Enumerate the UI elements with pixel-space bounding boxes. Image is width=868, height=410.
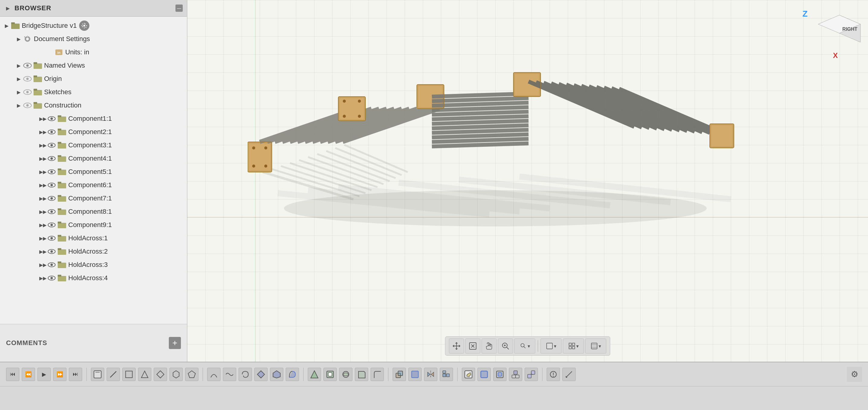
settings-button[interactable]: ⚙ xyxy=(847,367,862,382)
combine-button[interactable] xyxy=(393,368,406,381)
move-tool-button[interactable] xyxy=(449,339,464,353)
svg-point-72 xyxy=(51,237,53,240)
ha3-arrow[interactable]: ▶ xyxy=(39,261,46,269)
sketch-edit-button[interactable] xyxy=(462,368,475,381)
comp3-arrow[interactable]: ▶ xyxy=(39,141,46,149)
svg-rect-24 xyxy=(33,104,42,109)
named-views-arrow[interactable] xyxy=(15,62,22,69)
step-back-button[interactable]: ⏪ xyxy=(22,368,35,381)
svg-rect-69 xyxy=(58,223,66,228)
svg-rect-50 xyxy=(58,168,61,170)
comp6-arrow[interactable]: ▶ xyxy=(39,182,46,189)
tree-component3[interactable]: ▶ Component3:1 xyxy=(0,138,187,152)
comp2-arrow[interactable]: ▶ xyxy=(39,128,46,135)
root-collapse-arrow[interactable] xyxy=(3,22,10,29)
tree-component6[interactable]: ▶ Component6:1 xyxy=(0,179,187,192)
body-button[interactable] xyxy=(477,368,491,381)
browser-collapse-arrow[interactable] xyxy=(4,4,11,12)
grid-button[interactable]: ▾ xyxy=(563,339,584,353)
tree-root-item[interactable]: BridgeStructure v1 xyxy=(0,19,187,32)
component-button[interactable] xyxy=(493,368,506,381)
root-settings-icon[interactable] xyxy=(79,21,89,31)
ha4-arrow[interactable]: ▶ xyxy=(39,275,46,282)
tree-named-views[interactable]: Named Views xyxy=(0,59,187,72)
origin-arrow[interactable] xyxy=(15,75,22,83)
tree-component2[interactable]: ▶ Component2:1 xyxy=(0,125,187,138)
sweep-tool-button[interactable] xyxy=(254,368,268,381)
shell-button[interactable] xyxy=(323,368,337,381)
pan-tool-button[interactable] xyxy=(482,339,497,353)
comments-add-button[interactable] xyxy=(169,337,181,349)
tree-holdacross1[interactable]: ▶ HoldAcross:1 xyxy=(0,231,187,245)
svg-rect-186 xyxy=(94,371,101,378)
fit-tool-button[interactable] xyxy=(465,339,480,353)
doc-settings-arrow[interactable] xyxy=(15,35,22,42)
step-forward-button[interactable]: ⏩ xyxy=(53,368,66,381)
extrude-button[interactable] xyxy=(270,368,283,381)
comp1-arrow[interactable]: ▶ xyxy=(39,115,46,122)
origin-eye-icon xyxy=(22,74,33,84)
tools-sep4 xyxy=(388,368,389,381)
tree-component9[interactable]: ▶ Component9:1 xyxy=(0,218,187,231)
comp5-arrow[interactable]: ▶ xyxy=(39,168,46,176)
sketch-tool-button[interactable] xyxy=(91,368,104,381)
tree-units[interactable]: in Units: in xyxy=(0,45,187,59)
chamfer-button[interactable] xyxy=(355,368,368,381)
loft-button[interactable] xyxy=(308,368,321,381)
joint-button[interactable] xyxy=(525,368,538,381)
rect-tool-button[interactable] xyxy=(122,368,135,381)
pattern-button[interactable] xyxy=(440,368,453,381)
tree-component8[interactable]: ▶ Component8:1 xyxy=(0,205,187,218)
split-body-button[interactable] xyxy=(408,368,422,381)
tree-holdacross3[interactable]: ▶ HoldAcross:3 xyxy=(0,258,187,272)
fillet-button[interactable] xyxy=(371,368,384,381)
tree-holdacross4[interactable]: ▶ HoldAcross:4 xyxy=(0,272,187,285)
hexagon-tool-button[interactable] xyxy=(169,368,183,381)
browser-minimize-button[interactable] xyxy=(176,4,183,12)
skip-back-button[interactable]: ⏮ xyxy=(6,368,19,381)
svg-rect-215 xyxy=(516,375,519,378)
tree-origin[interactable]: Origin xyxy=(0,72,187,86)
view-cube[interactable]: RIGHT xyxy=(817,6,862,51)
tree-component5[interactable]: ▶ Component5:1 xyxy=(0,165,187,179)
inspect-button[interactable] xyxy=(547,368,560,381)
comp7-arrow[interactable]: ▶ xyxy=(39,195,46,202)
ha2-arrow[interactable]: ▶ xyxy=(39,248,46,255)
comp2-label: Component2:1 xyxy=(68,128,112,136)
tree-document-settings[interactable]: Document Settings xyxy=(0,32,187,45)
assembly-button[interactable] xyxy=(509,368,522,381)
pentagon-tool-button[interactable] xyxy=(185,368,198,381)
zoom-tool-button[interactable] xyxy=(498,339,513,353)
svg-rect-35 xyxy=(58,129,61,130)
ha1-arrow[interactable]: ▶ xyxy=(39,234,46,242)
arc-tool-button[interactable] xyxy=(207,368,220,381)
comp8-arrow[interactable]: ▶ xyxy=(39,208,46,215)
play-button[interactable]: ▶ xyxy=(37,368,51,381)
diamond-tool-button[interactable] xyxy=(154,368,167,381)
tree-component4[interactable]: ▶ Component4:1 xyxy=(0,152,187,165)
helix-tool-button[interactable] xyxy=(239,368,252,381)
line-tool-button[interactable] xyxy=(106,368,120,381)
svg-line-99 xyxy=(299,160,377,187)
triangle-tool-button[interactable] xyxy=(138,368,151,381)
comp9-arrow[interactable]: ▶ xyxy=(39,221,46,228)
tree-sketches[interactable]: Sketches xyxy=(0,86,187,99)
wave-tool-button[interactable] xyxy=(223,368,236,381)
skip-forward-button[interactable]: ⏭ xyxy=(69,368,82,381)
zoom-options-button[interactable]: ▾ xyxy=(514,339,535,353)
tree-component1[interactable]: ▶ Component1:1 xyxy=(0,112,187,125)
display-mode-button[interactable]: ▾ xyxy=(540,339,562,353)
viewport[interactable]: Z X RIGHT xyxy=(187,0,868,362)
mirror-button[interactable] xyxy=(424,368,437,381)
svg-point-3 xyxy=(83,25,85,27)
tree-holdacross2[interactable]: ▶ HoldAcross:2 xyxy=(0,245,187,258)
comp4-arrow[interactable]: ▶ xyxy=(39,155,46,162)
revolve-button[interactable] xyxy=(286,368,299,381)
tree-component7[interactable]: ▶ Component7:1 xyxy=(0,192,187,205)
measure-button[interactable] xyxy=(562,368,576,381)
sketches-arrow[interactable] xyxy=(15,89,22,96)
view-options-button[interactable]: ▾ xyxy=(585,339,607,353)
thread-button[interactable] xyxy=(339,368,352,381)
tree-construction[interactable]: Construction xyxy=(0,99,187,112)
construction-arrow[interactable] xyxy=(15,102,22,109)
